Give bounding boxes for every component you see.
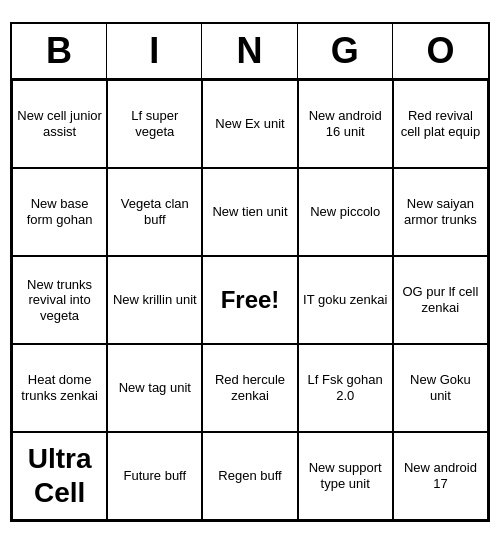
header-letter-n: N [202, 24, 297, 78]
bingo-cell-7: New tien unit [202, 168, 297, 256]
bingo-cell-20: Ultra Cell [12, 432, 107, 520]
bingo-cell-9: New saiyan armor trunks [393, 168, 488, 256]
bingo-cell-19: New Goku unit [393, 344, 488, 432]
bingo-card: BINGO New cell junior assistLf super veg… [10, 22, 490, 522]
header-letter-g: G [298, 24, 393, 78]
bingo-grid: New cell junior assistLf super vegetaNew… [12, 80, 488, 520]
bingo-cell-8: New piccolo [298, 168, 393, 256]
bingo-cell-23: New support type unit [298, 432, 393, 520]
bingo-cell-18: Lf Fsk gohan 2.0 [298, 344, 393, 432]
bingo-cell-10: New trunks revival into vegeta [12, 256, 107, 344]
bingo-cell-5: New base form gohan [12, 168, 107, 256]
bingo-cell-6: Vegeta clan buff [107, 168, 202, 256]
bingo-cell-11: New krillin unit [107, 256, 202, 344]
bingo-cell-0: New cell junior assist [12, 80, 107, 168]
header-letter-o: O [393, 24, 488, 78]
bingo-cell-2: New Ex unit [202, 80, 297, 168]
bingo-cell-1: Lf super vegeta [107, 80, 202, 168]
header-letter-b: B [12, 24, 107, 78]
bingo-cell-12: Free! [202, 256, 297, 344]
bingo-cell-14: OG pur lf cell zenkai [393, 256, 488, 344]
bingo-cell-17: Red hercule zenkai [202, 344, 297, 432]
bingo-cell-24: New android 17 [393, 432, 488, 520]
bingo-cell-3: New android 16 unit [298, 80, 393, 168]
bingo-cell-16: New tag unit [107, 344, 202, 432]
bingo-cell-15: Heat dome trunks zenkai [12, 344, 107, 432]
bingo-cell-22: Regen buff [202, 432, 297, 520]
header-letter-i: I [107, 24, 202, 78]
bingo-cell-4: Red revival cell plat equip [393, 80, 488, 168]
bingo-cell-21: Future buff [107, 432, 202, 520]
bingo-cell-13: IT goku zenkai [298, 256, 393, 344]
bingo-header: BINGO [12, 24, 488, 80]
